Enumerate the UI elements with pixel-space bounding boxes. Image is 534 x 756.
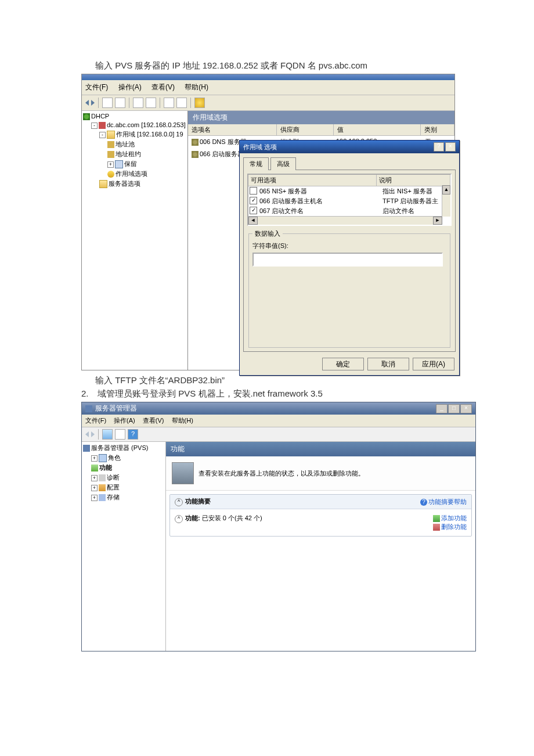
col-value[interactable]: 值 bbox=[334, 124, 421, 135]
reserve-icon bbox=[115, 160, 123, 168]
chevron-up-icon[interactable]: ^ bbox=[175, 498, 183, 506]
maximize-button[interactable]: □ bbox=[448, 404, 460, 413]
storage-icon bbox=[99, 494, 106, 501]
sm-menu-help[interactable]: 帮助(H) bbox=[172, 417, 193, 424]
field-label: 字符串值(S): bbox=[252, 242, 446, 250]
col-name[interactable]: 选项名 bbox=[188, 124, 277, 135]
gear-icon bbox=[192, 151, 199, 158]
col-desc[interactable]: 说明 bbox=[377, 175, 450, 186]
expand-icon[interactable]: + bbox=[91, 485, 98, 491]
export-icon[interactable] bbox=[133, 98, 143, 108]
props-icon[interactable] bbox=[115, 98, 125, 108]
expand-icon[interactable]: + bbox=[91, 495, 98, 501]
ok-button[interactable]: 确定 bbox=[322, 358, 364, 370]
step-number: 2. bbox=[81, 388, 95, 398]
help-button[interactable]: ? bbox=[434, 142, 444, 152]
help-icon[interactable]: ? bbox=[128, 429, 138, 440]
minimize-button[interactable]: _ bbox=[436, 404, 448, 413]
sm-menu-file[interactable]: 文件(F) bbox=[85, 417, 106, 424]
stop-icon[interactable] bbox=[176, 98, 187, 108]
tree-reserve[interactable]: 保留 bbox=[124, 160, 137, 167]
sm-tree: 服务器管理器 (PVS) +角色 功能 +诊断 +配置 +存储 bbox=[82, 442, 166, 651]
col-available[interactable]: 可用选项 bbox=[248, 175, 377, 186]
apply-button[interactable]: 应用(A) bbox=[413, 358, 454, 370]
options-listbox[interactable]: 可用选项 说明 065 NIS+ 服务器指出 NIS+ 服务器 ✓066 启动服… bbox=[247, 174, 452, 226]
option-row[interactable]: 065 NIS+ 服务器指出 NIS+ 服务器 bbox=[248, 186, 450, 196]
checkbox-icon[interactable]: ✓ bbox=[250, 207, 257, 214]
forward-icon[interactable] bbox=[91, 431, 95, 437]
tree-scope-options[interactable]: 作用域选项 bbox=[116, 170, 147, 177]
server-manager-window: 服务器管理器 _ □ × 文件(F) 操作(A) 查看(V) 帮助(H) ? 服… bbox=[81, 402, 476, 651]
menubar: 文件(F) 操作(A) 查看(V) 帮助(H) bbox=[82, 80, 454, 95]
list-icon[interactable] bbox=[146, 98, 156, 108]
expand-icon[interactable]: + bbox=[91, 455, 98, 462]
sm-tree-store[interactable]: 存储 bbox=[107, 494, 120, 501]
tree-server-options[interactable]: 服务器选项 bbox=[109, 180, 140, 187]
feature-status: 已安装 0 个(共 42 个) bbox=[202, 514, 262, 521]
toolbar bbox=[82, 95, 454, 111]
back-icon[interactable] bbox=[85, 431, 89, 437]
sm-tree-role[interactable]: 角色 bbox=[108, 454, 121, 461]
dhcp-root-icon bbox=[83, 113, 90, 120]
dhcp-window: 文件(F) 操作(A) 查看(V) 帮助(H) DHCP -dc.abc.com… bbox=[81, 74, 455, 370]
summary-help-link[interactable]: ?功能摘要帮助 bbox=[420, 498, 467, 506]
menu-help[interactable]: 帮助(H) bbox=[185, 83, 208, 91]
sm-tree-root[interactable]: 服务器管理器 (PVS) bbox=[91, 444, 148, 451]
sm-title-text: 服务器管理器 bbox=[95, 404, 137, 412]
menu-action[interactable]: 操作(A) bbox=[118, 83, 142, 91]
sm-menu-view[interactable]: 查看(V) bbox=[143, 417, 164, 424]
scroll-up-icon[interactable]: ▲ bbox=[442, 185, 450, 195]
props-icon[interactable] bbox=[115, 429, 125, 440]
up-icon[interactable] bbox=[102, 98, 113, 108]
tree-scope[interactable]: 作用域 [192.168.0.0] 19 bbox=[116, 131, 183, 138]
help-icon[interactable] bbox=[194, 98, 205, 108]
folder-icon bbox=[107, 131, 115, 139]
cancel-button[interactable]: 取消 bbox=[367, 358, 409, 370]
forward-icon[interactable] bbox=[91, 100, 95, 106]
scroll-right-icon[interactable]: ► bbox=[433, 217, 442, 225]
expand-icon[interactable]: + bbox=[107, 161, 114, 168]
tab-advanced[interactable]: 高级 bbox=[270, 157, 296, 170]
add-feature-link[interactable]: 添加功能 bbox=[433, 514, 467, 523]
option-row[interactable]: ✓066 启动服务器主机名TFTP 启动服务器主 bbox=[248, 196, 450, 206]
refresh-icon[interactable] bbox=[164, 98, 174, 108]
diag-icon bbox=[99, 474, 106, 481]
col-class[interactable]: 类别 bbox=[421, 124, 454, 135]
menu-view[interactable]: 查看(V) bbox=[151, 83, 175, 91]
refresh-icon[interactable] bbox=[102, 429, 113, 440]
sm-menu-action[interactable]: 操作(A) bbox=[114, 417, 135, 424]
chevron-up-icon[interactable]: ^ bbox=[175, 515, 183, 523]
tree-root[interactable]: DHCP bbox=[91, 113, 109, 120]
sm-main-title: 功能 bbox=[166, 442, 475, 456]
close-button[interactable]: × bbox=[445, 142, 456, 152]
sm-toolbar: ? bbox=[82, 427, 475, 442]
horizontal-scrollbar[interactable]: ◄► bbox=[248, 216, 442, 225]
role-icon bbox=[99, 454, 107, 462]
panel-heading: 功能摘要 bbox=[185, 498, 211, 505]
col-vendor[interactable]: 供应商 bbox=[277, 124, 334, 135]
server-manager-icon bbox=[85, 405, 92, 412]
checkbox-icon[interactable]: ✓ bbox=[250, 197, 257, 204]
checkbox-icon[interactable] bbox=[250, 187, 257, 195]
option-row[interactable]: ✓067 启动文件名启动文件名 bbox=[248, 206, 450, 216]
expand-icon[interactable]: + bbox=[91, 475, 98, 481]
tab-general[interactable]: 常规 bbox=[243, 157, 269, 170]
server-icon bbox=[99, 122, 106, 129]
string-value-input[interactable] bbox=[252, 253, 443, 267]
expand-icon[interactable]: - bbox=[99, 132, 106, 138]
back-icon[interactable] bbox=[85, 100, 89, 106]
expand-icon[interactable]: - bbox=[91, 123, 98, 129]
sm-tree-feature[interactable]: 功能 bbox=[99, 464, 112, 471]
vertical-scrollbar[interactable]: ▲ bbox=[442, 185, 450, 217]
tree-pool[interactable]: 地址池 bbox=[116, 141, 135, 147]
tree-server[interactable]: dc.abc.com [192.168.0.253] bbox=[107, 121, 186, 128]
sm-tree-diag[interactable]: 诊断 bbox=[107, 474, 120, 481]
menu-file[interactable]: 文件(F) bbox=[85, 83, 108, 91]
feature-status-label: 功能: bbox=[185, 514, 200, 521]
scroll-left-icon[interactable]: ◄ bbox=[248, 217, 258, 225]
remove-feature-link[interactable]: 删除功能 bbox=[433, 523, 467, 531]
close-button[interactable]: × bbox=[460, 404, 472, 413]
feature-summary-panel: ^功能摘要 ?功能摘要帮助 ^功能: 已安装 0 个(共 42 个) 添加功能 … bbox=[169, 494, 472, 537]
tree-lease[interactable]: 地址租约 bbox=[116, 150, 141, 157]
sm-tree-conf[interactable]: 配置 bbox=[107, 484, 120, 491]
